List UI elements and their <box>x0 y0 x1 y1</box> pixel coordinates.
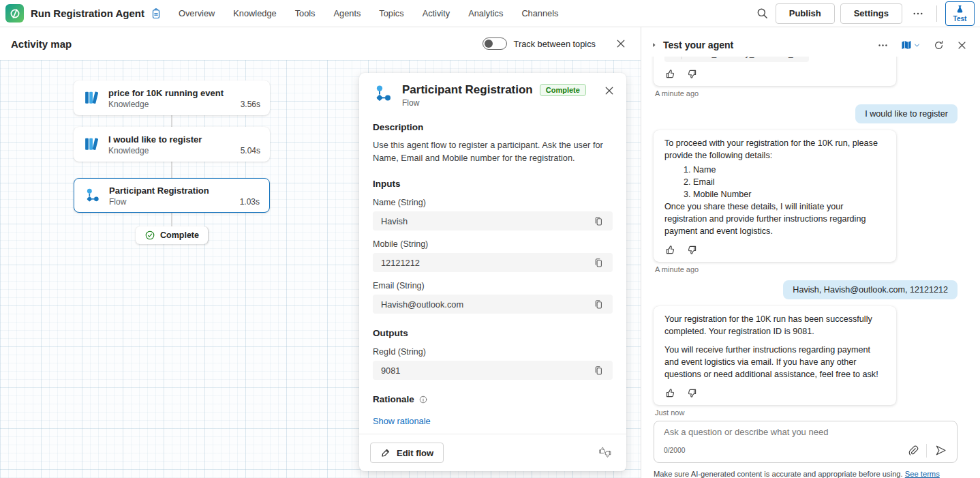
track-between-topics-toggle[interactable] <box>483 38 507 50</box>
status-badge-complete: Complete <box>136 226 208 244</box>
nav-agents[interactable]: Agents <box>334 8 361 18</box>
divider <box>926 444 927 458</box>
see-terms-link[interactable]: See terms <box>905 470 940 478</box>
close-icon <box>603 85 615 97</box>
agent-logo-icon <box>8 7 22 20</box>
test-button-label: Test <box>953 15 967 23</box>
message-timestamp: A minute ago <box>655 89 958 98</box>
publish-button[interactable]: Publish <box>776 3 835 24</box>
copy-button[interactable] <box>592 256 606 270</box>
refresh-conversation-button[interactable] <box>932 38 946 53</box>
test-more-button[interactable] <box>876 38 890 53</box>
input-label: Mobile (String) <box>373 239 613 249</box>
copy-button[interactable] <box>592 297 606 312</box>
node-title: Participant Registration <box>109 185 260 196</box>
test-button[interactable]: Test <box>945 1 975 26</box>
node-duration: 3.56s <box>241 100 260 109</box>
edit-flow-button[interactable]: Edit flow <box>370 443 444 463</box>
node-details-panel: Participant Registration Complete Flow D… <box>359 73 626 471</box>
activity-map-toggle-button[interactable] <box>899 38 923 53</box>
show-rationale-link[interactable]: Show rationale <box>373 416 431 426</box>
attach-file-button[interactable] <box>905 443 920 458</box>
close-icon <box>615 38 627 50</box>
node-title: price for 10K running event <box>108 87 260 99</box>
nav-activity[interactable]: Activity <box>423 8 450 18</box>
list-item: Mobile Number <box>693 189 885 201</box>
copy-button[interactable] <box>592 363 606 378</box>
agent-message-outro: Once you share these details, I will ini… <box>664 201 885 238</box>
search-button[interactable] <box>754 5 770 21</box>
test-panel: Test your agent 1 reference 1 Glo <box>641 27 980 478</box>
nav-overview[interactable]: Overview <box>179 8 215 18</box>
copy-icon <box>593 215 604 227</box>
input-label: Email (String) <box>373 281 613 290</box>
close-details-button[interactable] <box>602 83 617 98</box>
node-duration: 5.04s <box>241 146 260 155</box>
clipboard-edit-icon[interactable] <box>150 8 162 20</box>
activity-map-header: Activity map Track between topics <box>0 27 641 60</box>
activity-map-title: Activity map <box>11 38 72 50</box>
input-value: Havish <box>381 216 592 226</box>
user-message: Havish, Havish@outlook.com, 12121212 <box>783 280 958 299</box>
description-text: Use this agent flow to register a partic… <box>373 138 613 164</box>
feedback-thumbs-icon[interactable] <box>598 446 614 460</box>
chat-transcript[interactable]: 1 reference 1 Global_Harmony_Marathon_I.… <box>641 57 980 417</box>
agent-message: To proceed with your registration for th… <box>654 130 896 262</box>
close-activity-map-button[interactable] <box>613 36 628 51</box>
nav-knowledge[interactable]: Knowledge <box>233 8 276 18</box>
settings-button[interactable]: Settings <box>840 3 902 24</box>
details-subtitle: Flow <box>402 98 586 108</box>
check-circle-icon <box>144 230 155 241</box>
input-value: 12121212 <box>381 258 592 268</box>
more-options-button[interactable] <box>908 8 928 20</box>
node-duration: 1.03s <box>240 197 260 207</box>
search-icon <box>756 7 769 20</box>
top-bar: Run Registration Agent Overview Knowledg… <box>0 0 980 27</box>
reference-chip[interactable]: 1 Global_Harmony_Marathon_I... <box>664 57 809 62</box>
info-icon[interactable] <box>418 395 428 404</box>
ai-disclaimer: Make sure AI-generated content is accura… <box>654 470 968 478</box>
input-value-field: 12121212 <box>373 253 613 272</box>
node-type: Flow <box>109 197 126 207</box>
copy-icon <box>593 257 604 269</box>
chat-composer[interactable]: 0/2000 <box>654 421 958 463</box>
chat-input[interactable] <box>664 427 949 437</box>
output-value: 9081 <box>381 365 592 376</box>
disclaimer-text: Make sure AI-generated content is accura… <box>654 470 903 478</box>
char-counter: 0/2000 <box>664 447 905 454</box>
reference-index: 1 <box>671 57 682 59</box>
output-label: RegId (String) <box>373 347 613 357</box>
copy-icon <box>593 299 604 310</box>
activity-map-canvas: Activity map Track between topics price … <box>0 27 641 478</box>
nav-tools[interactable]: Tools <box>295 8 316 18</box>
thumb-down-icon[interactable] <box>686 387 698 399</box>
refresh-icon <box>933 40 945 51</box>
node-type: Knowledge <box>108 100 149 109</box>
flask-icon <box>955 4 965 14</box>
agent-logo <box>5 4 24 23</box>
thumb-up-icon[interactable] <box>664 244 676 256</box>
flow-icon <box>373 83 393 104</box>
test-panel-header: Test your agent <box>641 27 980 57</box>
thumb-up-icon[interactable] <box>664 68 676 80</box>
activity-node-flow[interactable]: Participant Registration Flow 1.03s <box>74 178 270 213</box>
nav-channels[interactable]: Channels <box>521 8 558 18</box>
chevron-down-icon <box>913 41 921 50</box>
thumb-down-icon[interactable] <box>686 68 698 80</box>
agent-message-intro: To proceed with your registration for th… <box>664 138 885 162</box>
activity-node-knowledge-2[interactable]: I would like to register Knowledge 5.04s <box>74 127 270 162</box>
copy-button[interactable] <box>592 214 606 228</box>
caret-right-icon[interactable] <box>649 40 659 50</box>
paperclip-icon <box>906 445 919 457</box>
activity-node-knowledge-1[interactable]: price for 10K running event Knowledge 3.… <box>74 80 270 115</box>
agent-message: Your registration for the 10K run has be… <box>654 306 896 405</box>
description-heading: Description <box>373 122 613 132</box>
thumb-down-icon[interactable] <box>686 244 698 256</box>
nav-topics[interactable]: Topics <box>379 8 403 18</box>
close-test-panel-button[interactable] <box>955 38 969 53</box>
agent-message-references: 1 reference 1 Global_Harmony_Marathon_I.… <box>654 57 896 86</box>
nav-analytics[interactable]: Analytics <box>468 8 503 18</box>
thumb-up-icon[interactable] <box>664 387 676 399</box>
send-button[interactable] <box>933 443 949 458</box>
agent-message-para: Your registration for the 10K run has be… <box>664 314 885 338</box>
